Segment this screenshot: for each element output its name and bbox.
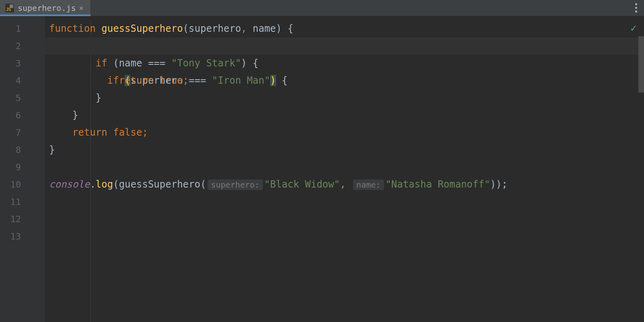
code-line[interactable] (45, 193, 644, 211)
code-line[interactable] (45, 228, 644, 245)
parameter-hint: name: (353, 180, 384, 190)
line-number: 9 (0, 159, 45, 176)
line-number: 2 (0, 37, 45, 55)
line-number: 1 (0, 20, 45, 37)
line-number: 5 (0, 89, 45, 107)
code-line[interactable]: } (45, 141, 644, 159)
code-line[interactable]: } (45, 89, 644, 107)
scrollbar-thumb[interactable] (638, 36, 644, 93)
code-line[interactable]: } (45, 107, 644, 124)
tab-options-button[interactable] (628, 0, 644, 16)
code-editor[interactable]: 1 2 3 4 5 6 7 8 9 10 11 12 13 ✓ function… (0, 16, 644, 322)
js-file-icon: JS (5, 3, 14, 13)
gutter: 1 2 3 4 5 6 7 8 9 10 11 12 13 (0, 16, 45, 322)
tab-filename: superhero.js (18, 3, 76, 13)
code-line[interactable] (45, 211, 644, 228)
code-line[interactable] (45, 159, 644, 176)
line-number: 10 (0, 176, 45, 193)
code-line[interactable]: return false; (45, 124, 644, 141)
line-number: 4 (0, 72, 45, 89)
code-line[interactable]: if (name === "Tony Stark") { (45, 55, 644, 72)
code-line-active[interactable]: if (superhero === "Iron Man") { (45, 37, 644, 55)
line-number: 11 (0, 193, 45, 211)
code-line[interactable]: function guessSuperhero(superhero, name)… (45, 20, 644, 37)
code-area[interactable]: ✓ function guessSuperhero(superhero, nam… (45, 16, 644, 322)
code-line[interactable]: return true; (45, 72, 644, 89)
intention-bulb-icon[interactable] (60, 40, 68, 51)
close-icon[interactable]: × (79, 4, 84, 12)
line-number: 6 (0, 107, 45, 124)
line-number: 12 (0, 211, 45, 228)
parameter-hint: superhero: (208, 180, 262, 190)
line-number: 13 (0, 228, 45, 245)
vertical-scrollbar[interactable] (638, 36, 644, 322)
line-number: 7 (0, 124, 45, 141)
line-number: 3 (0, 55, 45, 72)
code-line[interactable]: console.log(guessSuperhero(superhero:"Bl… (45, 176, 644, 193)
line-number: 8 (0, 141, 45, 159)
file-tab[interactable]: JS superhero.js × (0, 0, 91, 16)
tab-bar: JS superhero.js × (0, 0, 644, 16)
